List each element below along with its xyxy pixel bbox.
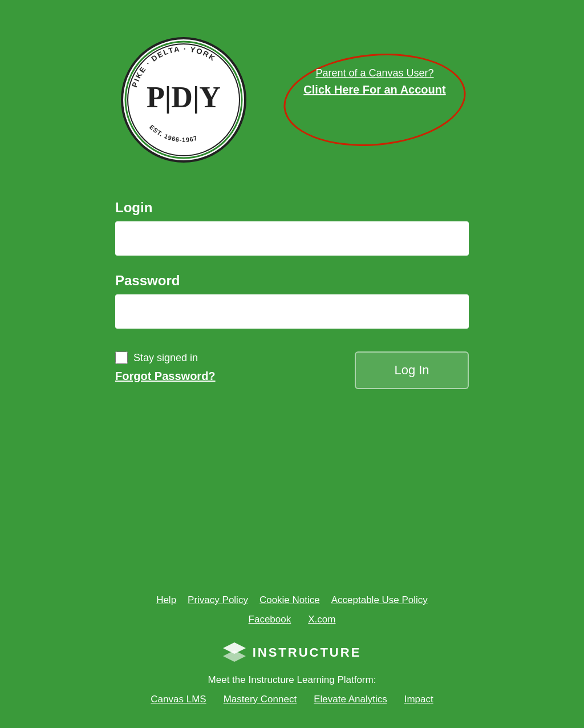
help-link[interactable]: Help <box>156 594 176 606</box>
meet-text: Meet the Instructure Learning Platform: <box>47 674 537 686</box>
stay-signed-in-checkbox[interactable] <box>115 351 128 364</box>
svg-marker-7 <box>223 650 246 662</box>
instructure-logo: INSTRUCTURE <box>47 642 537 663</box>
instructure-icon <box>223 642 246 663</box>
parent-canvas-link1[interactable]: Parent of a Canvas User? <box>295 66 455 81</box>
parent-oval: Parent of a Canvas User? Click Here For … <box>283 54 466 145</box>
footer-links-row1: Help Privacy Policy Cookie Notice Accept… <box>47 594 537 606</box>
login-input[interactable] <box>115 221 469 256</box>
acceptable-use-link[interactable]: Acceptable Use Policy <box>331 594 428 606</box>
privacy-policy-link[interactable]: Privacy Policy <box>188 594 248 606</box>
school-logo: PIKE · DELTA · YORK P|D|Y EST. 1966-1967 <box>118 34 249 165</box>
parent-canvas-link2[interactable]: Click Here For an Account <box>295 81 455 98</box>
platform-links: Canvas LMS Mastery Connect Elevate Analy… <box>47 694 537 705</box>
facebook-link[interactable]: Facebook <box>249 614 291 625</box>
mastery-connect-link[interactable]: Mastery Connect <box>224 694 297 705</box>
stay-signed-in-text: Stay signed in <box>133 352 198 364</box>
password-input[interactable] <box>115 294 469 329</box>
forgot-password-link[interactable]: Forgot Password? <box>115 370 216 383</box>
left-options: Stay signed in Forgot Password? <box>115 351 216 383</box>
instructure-name: INSTRUCTURE <box>253 645 362 660</box>
impact-link[interactable]: Impact <box>404 694 433 705</box>
parent-link-container: Parent of a Canvas User? Click Here For … <box>283 54 466 145</box>
parent-link-text: Parent of a Canvas User? Click Here For … <box>283 54 466 110</box>
cookie-notice-link[interactable]: Cookie Notice <box>259 594 320 606</box>
login-label: Login <box>115 200 469 216</box>
footer: Help Privacy Policy Cookie Notice Accept… <box>35 560 549 728</box>
svg-text:P|D|Y: P|D|Y <box>147 81 221 114</box>
stay-signed-in-label[interactable]: Stay signed in <box>115 351 216 364</box>
password-label: Password <box>115 273 469 289</box>
footer-links-row2: Facebook X.com <box>47 614 537 625</box>
login-form: Login Password Stay signed in Forgot Pas… <box>92 188 492 401</box>
top-section: PIKE · DELTA · YORK P|D|Y EST. 1966-1967… <box>35 0 549 188</box>
log-in-button[interactable]: Log In <box>355 351 469 389</box>
elevate-analytics-link[interactable]: Elevate Analytics <box>314 694 387 705</box>
canvas-lms-link[interactable]: Canvas LMS <box>151 694 206 705</box>
bottom-row: Stay signed in Forgot Password? Log In <box>115 351 469 389</box>
xcom-link[interactable]: X.com <box>308 614 335 625</box>
